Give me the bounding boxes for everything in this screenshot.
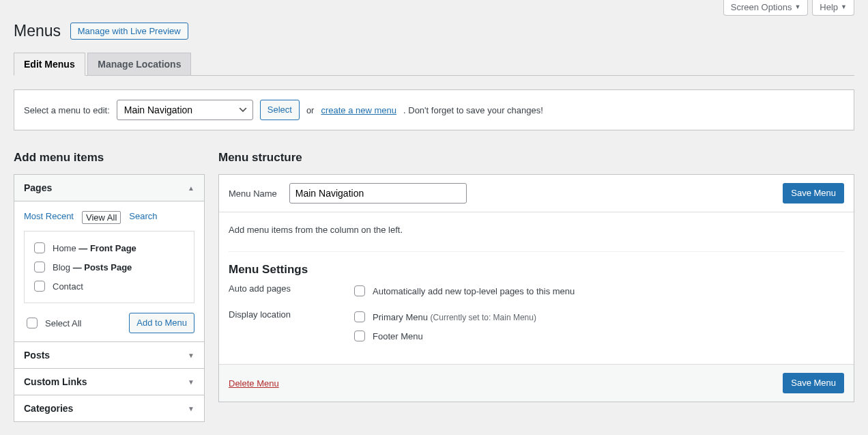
select-all-checkbox[interactable]: [27, 318, 38, 328]
menu-settings-title: Menu Settings: [229, 251, 844, 277]
save-menu-button-top[interactable]: Save Menu: [783, 183, 844, 204]
accordion-pages-header[interactable]: Pages ▲: [14, 175, 204, 201]
accordion-pages-label: Pages: [24, 182, 52, 193]
auto-add-checkbox[interactable]: [354, 285, 365, 296]
accordion-categories-header[interactable]: Categories ▼: [14, 395, 204, 421]
help-toggle[interactable]: Help ▼: [812, 0, 854, 16]
chevron-up-icon: ▲: [188, 184, 194, 192]
accordion-posts-label: Posts: [24, 350, 50, 361]
screen-options-toggle[interactable]: Screen Options ▼: [723, 0, 809, 16]
add-to-menu-button[interactable]: Add to Menu: [129, 313, 194, 333]
primary-menu-option[interactable]: Primary Menu (Currently set to: Main Men…: [351, 309, 536, 324]
save-reminder: . Don't forget to save your changes!: [403, 105, 543, 115]
footer-menu-option[interactable]: Footer Menu: [351, 328, 536, 343]
auto-add-option[interactable]: Automatically add new top-level pages to…: [351, 283, 575, 298]
chevron-down-icon: ▼: [188, 352, 194, 359]
select-all-label[interactable]: Select All: [24, 315, 81, 331]
page-checkbox[interactable]: [34, 242, 45, 253]
chevron-down-icon: ▼: [794, 3, 800, 10]
pages-tab-search[interactable]: Search: [129, 211, 157, 224]
chevron-down-icon: ▼: [841, 3, 847, 10]
primary-menu-checkbox[interactable]: [354, 311, 365, 322]
tab-manage-locations[interactable]: Manage Locations: [87, 53, 191, 76]
help-label: Help: [820, 2, 838, 12]
create-menu-link[interactable]: create a new menu: [321, 105, 396, 115]
accordion-custom-links-label: Custom Links: [24, 376, 87, 387]
page-checkbox[interactable]: [34, 262, 45, 272]
page-item[interactable]: Blog — Posts Page: [31, 257, 187, 277]
accordion-categories-label: Categories: [24, 403, 73, 414]
pages-tab-all[interactable]: View All: [82, 211, 121, 224]
chevron-down-icon: ▼: [188, 378, 194, 386]
page-item[interactable]: Contact: [31, 277, 187, 296]
page-title: Menus: [14, 16, 61, 43]
menu-name-input[interactable]: [289, 183, 467, 204]
menu-instructions: Add menu items from the column on the le…: [229, 225, 844, 235]
menu-select-dropdown[interactable]: Main Navigation: [117, 100, 253, 120]
display-location-label: Display location: [229, 309, 351, 348]
add-items-title: Add menu items: [14, 151, 205, 165]
screen-options-label: Screen Options: [731, 2, 792, 12]
pages-tab-recent[interactable]: Most Recent: [24, 211, 74, 224]
page-item[interactable]: Home — Front Page: [31, 238, 187, 257]
select-button[interactable]: Select: [260, 100, 300, 120]
menu-selector-box: Select a menu to edit: Main Navigation S…: [14, 89, 854, 130]
page-checkbox[interactable]: [34, 281, 45, 292]
save-menu-button-bottom[interactable]: Save Menu: [783, 373, 844, 393]
menu-edit-panel: Menu Name Save Menu Add menu items from …: [218, 174, 854, 402]
menu-name-label: Menu Name: [229, 188, 277, 199]
auto-add-label: Auto add pages: [229, 283, 351, 303]
footer-menu-checkbox[interactable]: [354, 331, 365, 341]
or-text: or: [306, 105, 315, 115]
menu-structure-title: Menu structure: [218, 151, 854, 165]
nav-tabs: Edit Menus Manage Locations: [14, 53, 854, 76]
accordion-posts-header[interactable]: Posts ▼: [14, 341, 204, 368]
menu-select-label: Select a menu to edit:: [24, 105, 110, 115]
pages-list: Home — Front Page Blog — Posts Page Cont…: [24, 231, 194, 303]
accordion-pages-body: Most Recent View All Search Home — Front…: [14, 201, 204, 341]
add-items-accordion: Pages ▲ Most Recent View All Search Home…: [14, 174, 205, 422]
accordion-custom-links-header[interactable]: Custom Links ▼: [14, 368, 204, 395]
live-preview-button[interactable]: Manage with Live Preview: [70, 23, 188, 40]
chevron-down-icon: ▼: [188, 405, 194, 412]
delete-menu-link[interactable]: Delete Menu: [229, 378, 279, 389]
tab-edit-menus[interactable]: Edit Menus: [14, 53, 85, 76]
